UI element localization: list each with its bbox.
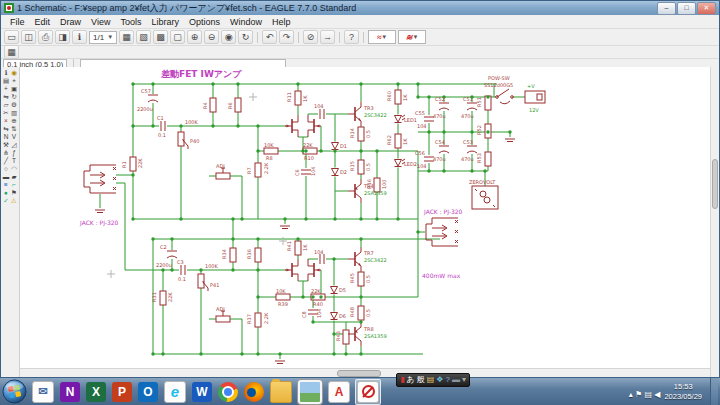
circle-tool[interactable]: ○ [2, 165, 10, 173]
net-tool[interactable]: ⌐ [10, 181, 18, 189]
label-tool[interactable]: ⚑ [10, 189, 18, 197]
menu-help[interactable]: Help [267, 17, 296, 27]
display-tool[interactable]: ▤ [2, 77, 10, 85]
zoom-in-icon[interactable]: ⊕ [187, 30, 202, 44]
vertical-scrollbar[interactable] [710, 67, 719, 377]
rotate-tool[interactable]: ↻ [10, 93, 18, 101]
erc-tool[interactable]: ✓ [2, 197, 10, 205]
replace-tool[interactable]: ⇅ [10, 125, 18, 133]
zoom-select-icon[interactable]: ◉ [221, 30, 236, 44]
help-icon[interactable]: ? [344, 30, 359, 44]
info-icon[interactable]: ℹ [72, 30, 87, 44]
show-tool[interactable]: ◉ [10, 69, 18, 77]
ime-help-icon[interactable]: ? [446, 374, 450, 386]
go-icon[interactable]: → [320, 30, 335, 44]
stop-icon[interactable]: ⊘ [303, 30, 318, 44]
taskbar-explorer[interactable] [269, 380, 293, 404]
sheets-icon[interactable]: ▦ [119, 30, 134, 44]
schematic-canvas[interactable]: 差動FET IWアンプC572200uC10.1R122K100KP40R4R6… [20, 67, 710, 377]
menu-draw[interactable]: Draw [55, 17, 86, 27]
undo-icon[interactable]: ↶ [262, 30, 277, 44]
menu-options[interactable]: Options [184, 17, 225, 27]
taskbar-excel[interactable]: X [85, 381, 107, 403]
ime-input-mode[interactable]: あ [407, 374, 415, 386]
arc-tool[interactable]: ◠ [10, 165, 18, 173]
menu-window[interactable]: Window [225, 17, 267, 27]
network-icon[interactable]: ▤ [645, 390, 655, 399]
paste-tool[interactable]: ▥ [10, 109, 18, 117]
pinswap-tool[interactable]: ⇆ [2, 125, 10, 133]
cut-tool[interactable]: ✂ [2, 109, 10, 117]
taskbar-word[interactable]: W [191, 381, 213, 403]
menu-view[interactable]: View [86, 17, 115, 27]
menu-edit[interactable]: Edit [30, 17, 56, 27]
display-layers-icon[interactable]: ▧ [136, 30, 151, 44]
info-tool[interactable]: ℹ [2, 69, 10, 77]
zoom-redraw-icon[interactable]: ↻ [238, 30, 253, 44]
taskbar-onenote[interactable]: N [59, 381, 81, 403]
redo-icon[interactable]: ↷ [279, 30, 294, 44]
ime-language-bar[interactable]: ▮あ般▤❖?▬▾ [396, 373, 470, 387]
maximize-button[interactable]: □ [677, 2, 696, 15]
bus-tool[interactable]: ≡ [2, 181, 10, 189]
errors-tool[interactable]: ⚠ [10, 197, 18, 205]
miter-tool[interactable]: ◿ [10, 141, 18, 149]
copy-tool[interactable]: ▣ [10, 85, 18, 93]
minimize-button[interactable]: – [657, 2, 676, 15]
taskbar-clock[interactable]: 15:53 2023/05/29 [664, 382, 702, 401]
horizontal-scrollbar-thumb[interactable] [337, 370, 381, 377]
zoom-fit-icon[interactable]: ▢ [170, 30, 185, 44]
volume-icon[interactable]: ◀ [654, 390, 660, 399]
delete-tool[interactable]: × [2, 117, 10, 125]
zoom-level-select[interactable]: 1/1 ▼ [89, 31, 117, 44]
add-tool[interactable]: ⊕ [10, 117, 18, 125]
smash-tool[interactable]: ⚒ [2, 141, 10, 149]
start-button[interactable] [2, 379, 27, 404]
ulp-button-1[interactable]: ≈▼ [368, 30, 396, 44]
show-desktop-button[interactable] [710, 378, 718, 405]
group-tool[interactable]: ▱ [2, 101, 10, 109]
junction-tool[interactable]: ● [2, 189, 10, 197]
grid-icon[interactable]: ▩ [153, 30, 168, 44]
ime-caps-kana-icon[interactable]: ▬ [452, 374, 460, 386]
taskbar-firefox[interactable] [243, 381, 265, 403]
mirror-tool[interactable]: ⇋ [2, 93, 10, 101]
menu-file[interactable]: File [5, 17, 30, 27]
split-tool[interactable]: ⋔ [2, 149, 10, 157]
taskbar-chrome[interactable] [217, 381, 239, 403]
taskbar-acrobat[interactable]: A [327, 380, 351, 404]
change-tool[interactable]: ⚙ [10, 101, 18, 109]
ime-pad-icon[interactable]: ❖ [436, 374, 443, 386]
taskbar-eagle[interactable] [355, 379, 381, 405]
name-tool[interactable]: N [2, 133, 10, 141]
export-icon[interactable]: ◨ [55, 30, 70, 44]
taskbar-outlook[interactable]: O [137, 381, 159, 403]
ulp-button-2[interactable]: ≋▼ [398, 30, 426, 44]
print-icon[interactable]: ⎙ [38, 30, 53, 44]
text-tool[interactable]: T [10, 157, 18, 165]
open-icon[interactable]: ▭ [4, 30, 19, 44]
taskbar-photo-viewer[interactable] [297, 379, 323, 405]
save-icon[interactable]: ◫ [21, 30, 36, 44]
vertical-scrollbar-thumb[interactable] [712, 159, 718, 209]
rect-tool[interactable]: ▬ [2, 173, 10, 181]
move-tool[interactable]: + [2, 85, 10, 93]
menu-tools[interactable]: Tools [115, 17, 146, 27]
action-center-flag-icon[interactable]: ⚑ [635, 390, 644, 399]
horizontal-scrollbar[interactable] [20, 368, 710, 377]
menu-library[interactable]: Library [146, 17, 184, 27]
schematic-drawing[interactable]: 差動FET IWアンプC572200uC10.1R122K100KP40R4R6… [20, 67, 710, 372]
ime-brand-icon[interactable]: ▮ [400, 374, 404, 386]
wire-tool[interactable]: ╱ [2, 157, 10, 165]
zoom-out-icon[interactable]: ⊖ [204, 30, 219, 44]
value-tool[interactable]: V [10, 133, 18, 141]
mark-tool[interactable]: ⌖ [10, 77, 18, 85]
polygon-tool[interactable]: ▰ [10, 173, 18, 181]
taskbar-mail[interactable]: ✉ [31, 380, 55, 404]
ime-dictionary-icon[interactable]: ▤ [427, 374, 435, 386]
sheet-thumbnails-icon[interactable]: ▦ [4, 45, 19, 59]
taskbar-powerpoint[interactable]: P [111, 381, 133, 403]
invoke-tool[interactable]: ƒ [10, 149, 18, 157]
ime-conversion-mode[interactable]: 般 [417, 374, 425, 386]
close-button[interactable]: ✕ [697, 2, 716, 15]
